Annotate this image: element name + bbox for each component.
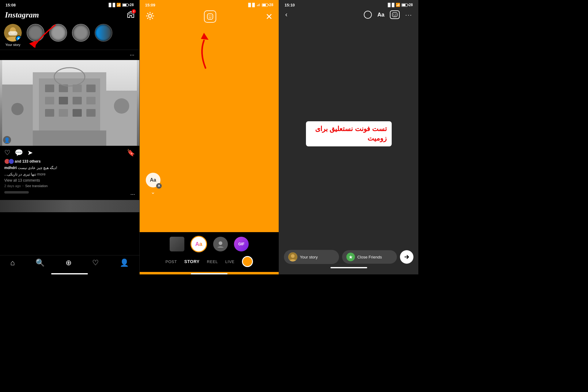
more-link[interactable]: more [37, 172, 45, 176]
toolbar-icons: Aa ··· [364, 10, 412, 19]
gif-button[interactable]: GIF [234, 237, 249, 251]
tab-live[interactable]: LIVE [225, 259, 235, 264]
svg-line-33 [147, 13, 148, 14]
story-item-2[interactable] [48, 24, 68, 47]
battery-label-3: 28 [409, 3, 413, 7]
send-story-button[interactable] [400, 250, 413, 264]
like-button[interactable]: ♡ [4, 149, 10, 157]
svg-rect-19 [86, 109, 96, 117]
status-bar-1: 15:08 ▐▌█ 📶 28 [0, 0, 139, 9]
avatar-sticker-button[interactable] [213, 237, 228, 251]
sticker-icon-3[interactable] [390, 10, 400, 19]
story-preview-canvas[interactable]: تست فونت نستعلیق برای زومیت [279, 21, 418, 246]
svg-rect-13 [59, 97, 68, 104]
comment-button[interactable]: 💬 [15, 149, 23, 157]
see-translation-link[interactable]: See translation [25, 184, 47, 188]
post-actions-left: ♡ 💬 ➤ [4, 149, 33, 157]
close-friends-label: Close Friends [357, 255, 382, 259]
chevron-down-icon[interactable]: ⌄ [151, 189, 155, 195]
story-text-content: تست فونت نستعلیق برای زومیت [311, 124, 387, 143]
notifications-button[interactable]: 2 [127, 11, 134, 19]
battery-icon-1 [122, 3, 128, 7]
svg-point-41 [219, 241, 222, 245]
svg-point-26 [11, 103, 24, 115]
signal-icon-1: ▐▌█ [107, 3, 115, 7]
home-nav-button[interactable]: ⌂ [10, 258, 15, 267]
likes-nav-button[interactable]: ♡ [92, 258, 99, 267]
instagram-logo: Instagram [5, 10, 39, 20]
tab-reel[interactable]: REEL [207, 259, 218, 264]
bottom-nav: ⌂ 🔍 ⊕ ♡ 👤 [0, 255, 139, 272]
share-button[interactable]: ➤ [27, 149, 33, 157]
story-avatar-4 [95, 24, 112, 42]
color-selector[interactable] [242, 256, 253, 267]
text-style-button[interactable]: Aa [190, 236, 207, 252]
post-more-options[interactable]: ··· [130, 191, 135, 198]
gallery-thumbnail[interactable] [170, 237, 184, 251]
home-indicator-2 [191, 273, 228, 274]
phone-1-instagram-feed: 15:08 ▐▌█ 📶 28 Instagram 2 [0, 0, 140, 274]
status-time-3: 15:10 [285, 3, 295, 7]
person-icon: 👤 [3, 136, 11, 144]
story-canvas[interactable]: Aa ✕ ⌄ [140, 25, 279, 232]
record-icon[interactable] [364, 11, 372, 19]
status-icons-1: ▐▌█ 📶 28 [107, 3, 134, 7]
settings-icon[interactable] [146, 12, 154, 21]
profile-nav-button[interactable]: 👤 [120, 258, 129, 267]
stories-row: + Your story [0, 22, 139, 50]
story-label-self: Your story [5, 43, 20, 47]
post-options-dots[interactable]: ··· [0, 50, 139, 60]
likes-row: and 133 others [4, 159, 135, 164]
text-tool-icon[interactable]: Aa [377, 12, 384, 18]
close-button[interactable]: ✕ [266, 12, 273, 22]
search-nav-button[interactable]: 🔍 [36, 258, 45, 267]
svg-rect-14 [73, 97, 82, 104]
instagram-header: Instagram 2 [0, 9, 139, 22]
close-friends-option[interactable]: ★ Close Friends [342, 250, 397, 264]
caption-username: mdhdri [4, 166, 17, 170]
svg-point-43 [394, 14, 394, 14]
sticker-button[interactable] [204, 10, 216, 23]
story-item-1[interactable] [26, 24, 45, 47]
text-tool-float: Aa ✕ ⌄ [146, 173, 160, 195]
story-item-self[interactable]: + Your story [3, 24, 23, 47]
svg-rect-12 [45, 97, 54, 104]
story-item-3[interactable] [71, 24, 91, 47]
story-item-4[interactable] [94, 24, 113, 47]
header-icons: 2 [127, 11, 134, 19]
svg-point-39 [210, 16, 211, 17]
text-tool-button[interactable]: Aa ✕ [146, 173, 160, 187]
story-text-box[interactable]: تست فونت نستعلیق برای زومیت [306, 121, 392, 146]
story-avatar-2 [49, 24, 67, 42]
wifi-icon-2: 📶 [256, 3, 261, 7]
your-story-avatar [288, 252, 297, 262]
svg-line-34 [152, 18, 153, 19]
create-nav-button[interactable]: ⊕ [66, 258, 72, 267]
add-story-button[interactable]: + [16, 36, 22, 42]
status-time-2: 15:09 [145, 3, 155, 7]
text-tool-close-button[interactable]: ✕ [156, 183, 162, 189]
battery-label-2: 28 [269, 3, 273, 7]
svg-marker-40 [201, 33, 209, 40]
view-comments-link[interactable]: View all 13 comments [4, 178, 135, 183]
story-avatar-3 [72, 24, 90, 42]
story-share-options: Your story ★ Close Friends [279, 246, 418, 274]
story-tabs-row: POST STORY REEL LIVE [145, 256, 274, 270]
svg-rect-2 [8, 31, 17, 36]
svg-point-38 [209, 16, 209, 17]
story-avatar-self: + [4, 24, 22, 42]
more-options-button[interactable]: ··· [405, 11, 412, 18]
bookmark-button[interactable]: 🔖 [127, 149, 135, 157]
tab-post[interactable]: POST [165, 259, 177, 264]
post-timestamp: 2 days ago [4, 184, 21, 188]
share-row: Your story ★ Close Friends [284, 250, 413, 264]
svg-point-27 [114, 98, 129, 114]
tab-story[interactable]: STORY [184, 259, 200, 264]
svg-rect-17 [59, 109, 68, 117]
caption-sub: تنها تیری در تاریکی... more [4, 172, 135, 177]
battery-label-1: 28 [130, 3, 134, 7]
your-story-option[interactable]: Your story [284, 250, 339, 264]
status-icons-3: ▐▌█ 📶 28 [386, 3, 413, 7]
svg-rect-18 [73, 109, 82, 117]
back-button[interactable]: ‹ [285, 11, 287, 19]
